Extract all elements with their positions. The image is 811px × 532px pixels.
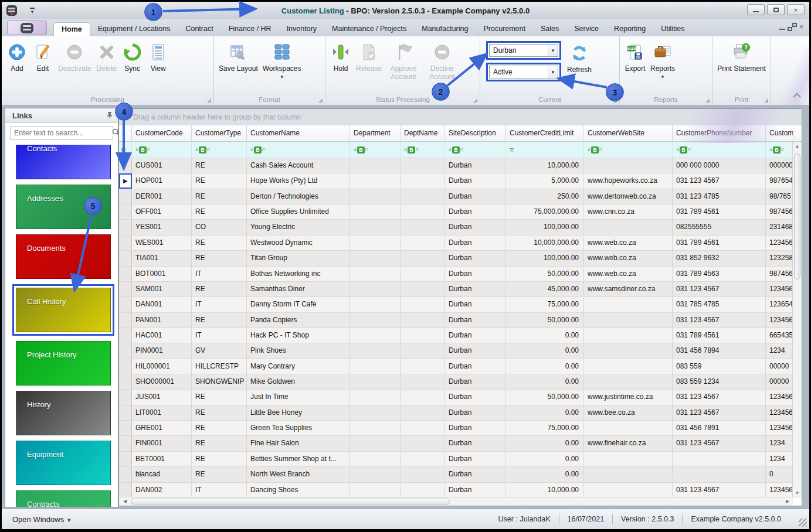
mdi-minimize-button[interactable] xyxy=(779,24,785,30)
dialog-launcher-icon[interactable] xyxy=(705,98,710,103)
filter-cell[interactable]: ABC xyxy=(766,142,793,158)
sidebar-item-contacts[interactable]: Contacts xyxy=(16,145,111,179)
filter-cell[interactable]: ABC xyxy=(445,142,506,158)
table-row[interactable]: FIN0001REFine Hair SalonDurban0.00www.fi… xyxy=(119,436,802,451)
sync-button[interactable]: Sync xyxy=(120,40,145,74)
tab-manufacturing[interactable]: Manufacturing xyxy=(414,22,476,36)
tab-home[interactable]: Home xyxy=(53,22,90,36)
filter-cell[interactable]: ABC xyxy=(401,142,445,158)
search-icon[interactable] xyxy=(108,128,118,138)
filter-cell[interactable]: ABC xyxy=(350,142,401,158)
filter-cell[interactable]: = xyxy=(506,142,584,158)
edit-button[interactable]: Edit xyxy=(30,40,56,74)
table-row[interactable]: WES001REWestwood DynamicDurban10,000,000… xyxy=(119,236,802,251)
table-row[interactable]: TIA001RETitan GroupDurban100,000.00www.w… xyxy=(119,251,802,266)
column-header-customerwebsite[interactable]: CustomerWebSite xyxy=(584,125,673,141)
table-row[interactable]: ▶HOP001REHope Works (Pty) LtdDurban5,000… xyxy=(119,173,802,189)
tab-equipment-locations[interactable]: Equipment / Locations xyxy=(90,22,178,36)
column-header-customername[interactable]: CustomerName xyxy=(247,125,350,141)
dialog-launcher-icon[interactable] xyxy=(764,98,768,103)
column-header-deptname[interactable]: DeptName xyxy=(401,125,445,141)
reports-button[interactable]: Reports ▼ xyxy=(648,40,677,83)
chevron-down-icon[interactable]: ▼ xyxy=(548,45,558,56)
vertical-scroll-thumb[interactable] xyxy=(794,154,800,279)
mdi-close-button[interactable]: × xyxy=(799,23,803,30)
dialog-launcher-icon[interactable] xyxy=(318,98,323,103)
table-row[interactable]: PAN001REPanda CopiersDurban50,000.00031 … xyxy=(119,313,802,328)
print-statement-button[interactable]: ? Print Statement xyxy=(715,40,768,74)
close-button[interactable]: × xyxy=(787,4,805,15)
dialog-launcher-icon[interactable] xyxy=(207,98,211,103)
site-dropdown[interactable]: Durban ▼ xyxy=(489,44,558,57)
tab-contract[interactable]: Contract xyxy=(178,22,220,36)
table-row[interactable]: HIL000001HILLCRESTPMary ContraryDurban0.… xyxy=(119,359,802,374)
chevron-down-icon[interactable]: ▼ xyxy=(548,66,558,78)
tab-maintenance-projects[interactable]: Maintenance / Projects xyxy=(324,22,414,36)
table-row[interactable]: SHO000001SHONGWENIPMike GoldwenDurban0.0… xyxy=(119,374,802,390)
table-row[interactable]: biancadRENorth West BranchDurban0.000 xyxy=(119,467,802,482)
pin-icon[interactable] xyxy=(106,110,113,121)
scroll-right-icon[interactable]: ▶ xyxy=(783,497,792,506)
add-button[interactable]: Add xyxy=(4,40,30,74)
filter-cell[interactable]: ABC xyxy=(192,142,247,158)
column-header-customerv[interactable]: CustomerV xyxy=(766,125,793,141)
table-row[interactable]: DAN002ITDancing ShoesDurban10,000.00031 … xyxy=(119,483,802,498)
column-header-customercode[interactable]: CustomerCode xyxy=(132,125,192,141)
tab-sales[interactable]: Sales xyxy=(533,22,566,36)
table-row[interactable]: BET0001REBetties Summer Shop at t...Durb… xyxy=(119,452,802,467)
tab-inventory[interactable]: Inventory xyxy=(279,22,324,36)
sidebar-item-contracts[interactable]: Contracts xyxy=(16,490,111,507)
filter-cell[interactable]: ABC xyxy=(584,142,673,158)
table-row[interactable]: HAC001ITHack PC - IT ShopDurban0.00031 7… xyxy=(119,328,802,343)
hold-button[interactable]: Hold xyxy=(328,40,354,74)
column-header-department[interactable]: Department xyxy=(350,125,401,141)
tab-utilities[interactable]: Utilities xyxy=(653,22,692,36)
save-layout-button[interactable]: Save Layout xyxy=(216,40,260,74)
sidebar-item-call-history[interactable]: Call History xyxy=(16,288,111,332)
vertical-scrollbar[interactable]: ▲ ▼ xyxy=(792,142,802,498)
column-header-customercreditlimit[interactable]: CustomerCreditLimit xyxy=(506,125,584,141)
ribbon-collapse-icon[interactable] xyxy=(793,90,801,100)
sidebar-item-equipment[interactable]: Equipment xyxy=(16,441,111,485)
quick-access-toolbar-caret[interactable]: ▾ xyxy=(30,8,35,14)
table-row[interactable]: JUS001REJust In TimeDurban50,000.00www.j… xyxy=(119,390,802,405)
sidebar-item-history[interactable]: History xyxy=(16,391,111,435)
filter-cell[interactable]: ABC xyxy=(673,142,766,158)
filter-cell[interactable]: ABC xyxy=(132,142,192,158)
table-row[interactable]: SAM001RESamanthas DinerDurban45,000.00ww… xyxy=(119,282,802,297)
refresh-button[interactable]: Refresh xyxy=(565,41,594,76)
table-row[interactable]: PIN0001GVPink ShoesDurban0.00031 456 789… xyxy=(119,343,802,359)
table-row[interactable]: DER001REDerton / TechnologiesDurban250.0… xyxy=(119,189,802,204)
column-header-sitedescription[interactable]: SiteDescription xyxy=(445,125,506,141)
filter-cell[interactable]: ABC xyxy=(247,142,350,158)
minimize-button[interactable] xyxy=(747,4,765,15)
table-row[interactable]: OFF001REOffice Supplies UnlimitedDurban7… xyxy=(119,204,802,220)
view-button[interactable]: View xyxy=(145,40,171,74)
column-header-customertype[interactable]: CustomerType xyxy=(192,125,247,141)
scroll-up-icon[interactable]: ▲ xyxy=(793,142,802,151)
sidebar-item-documents[interactable]: Documents xyxy=(16,234,111,279)
workspaces-button[interactable]: Workspaces ▼ xyxy=(260,40,304,83)
application-menu-button[interactable] xyxy=(7,21,47,35)
search-input[interactable] xyxy=(11,129,108,137)
column-header-customerphonenumber[interactable]: CustomerPhoneNumber xyxy=(673,125,766,141)
dialog-launcher-icon[interactable] xyxy=(473,98,477,103)
table-row[interactable]: YES001COYoung ElectricDurban100,000.0008… xyxy=(119,220,802,235)
tab-finance-hr[interactable]: Finance / HR xyxy=(221,22,279,36)
open-windows-button[interactable]: Open Windows▼ xyxy=(12,515,72,524)
tab-service[interactable]: Service xyxy=(566,22,606,36)
table-row[interactable]: DAN001ITDanny Storm IT CafeDurban75,000.… xyxy=(119,297,802,312)
table-row[interactable]: BOT0001ITBothas Networking incDurban50,0… xyxy=(119,267,802,282)
table-row[interactable]: LIT0001RELittle Bee HoneyDurban0.00www.b… xyxy=(119,405,802,421)
scroll-down-icon[interactable]: ▼ xyxy=(793,489,802,498)
status-dropdown[interactable]: Active ▼ xyxy=(489,66,558,79)
sidebar-item-project-history[interactable]: Project History xyxy=(16,341,111,386)
scroll-left-icon[interactable]: ◀ xyxy=(120,497,130,506)
table-row[interactable]: CUS001RECash Sales AccountDurban10,000.0… xyxy=(119,158,802,173)
export-button[interactable]: XLSX Export xyxy=(622,40,648,74)
tab-procurement[interactable]: Procurement xyxy=(476,22,533,36)
table-row[interactable]: GRE001REGreen Tea SuppliesDurban75,000.0… xyxy=(119,421,802,436)
resize-grip[interactable] xyxy=(799,519,807,527)
maximize-button[interactable] xyxy=(767,4,785,15)
group-by-bar[interactable]: Drag a column header here to group by th… xyxy=(119,109,802,125)
